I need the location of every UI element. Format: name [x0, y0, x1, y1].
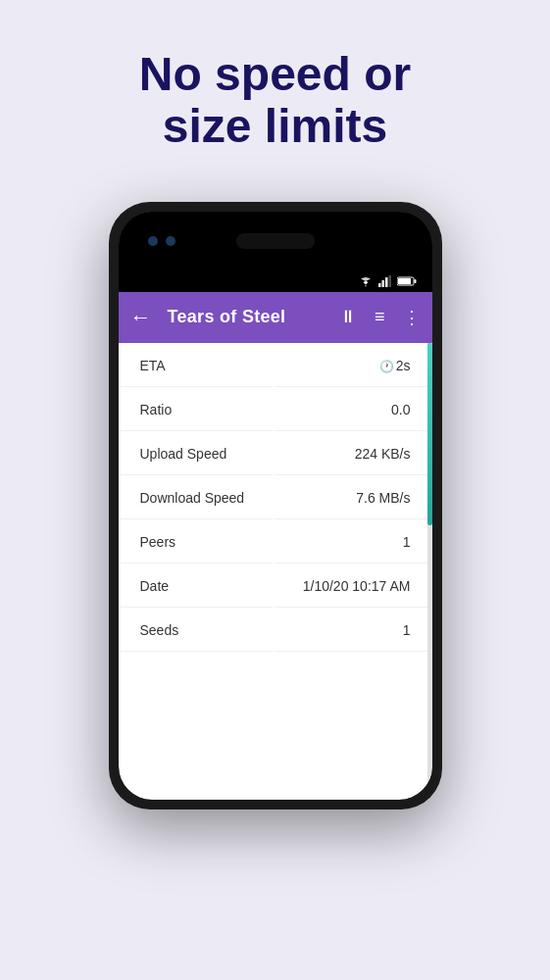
camera-dot-1 — [148, 236, 158, 246]
clock-icon: 🕐 — [379, 360, 394, 373]
info-value: 🕐2s — [275, 345, 430, 387]
table-row: Ratio0.0 — [121, 389, 430, 431]
phone-screen: ← Tears of Steel ⏸ ≡ ⋮ ETA🕐2sRatio0.0Upl… — [119, 212, 432, 800]
info-label: Ratio — [121, 389, 273, 431]
info-table: ETA🕐2sRatio0.0Upload Speed224 KB/sDownlo… — [119, 343, 432, 654]
wifi-icon — [358, 275, 374, 287]
info-value: 1/10/20 10:17 AM — [275, 565, 430, 608]
phone-outer: ← Tears of Steel ⏸ ≡ ⋮ ETA🕐2sRatio0.0Upl… — [109, 202, 442, 809]
svg-rect-6 — [414, 279, 416, 283]
info-label: Download Speed — [121, 477, 273, 519]
svg-rect-3 — [388, 275, 391, 287]
info-label: Peers — [121, 521, 273, 564]
table-row: Peers1 — [121, 521, 430, 564]
svg-rect-0 — [378, 283, 381, 287]
info-label: Seeds — [121, 610, 273, 652]
scroll-indicator-fill — [427, 343, 432, 525]
list-button[interactable]: ≡ — [375, 307, 385, 327]
info-label: ETA — [121, 345, 273, 387]
content-area: ETA🕐2sRatio0.0Upload Speed224 KB/sDownlo… — [119, 343, 432, 800]
camera-area — [138, 236, 175, 246]
phone-mockup: ← Tears of Steel ⏸ ≡ ⋮ ETA🕐2sRatio0.0Upl… — [109, 202, 442, 809]
table-row: Seeds1 — [121, 610, 430, 652]
phone-top — [119, 212, 432, 270]
status-icons — [358, 275, 417, 287]
svg-rect-2 — [385, 277, 388, 287]
svg-rect-5 — [398, 278, 411, 284]
status-bar — [119, 270, 432, 292]
phone-inner: ← Tears of Steel ⏸ ≡ ⋮ ETA🕐2sRatio0.0Upl… — [119, 212, 432, 800]
info-value: 1 — [275, 610, 430, 652]
info-value: 7.6 MB/s — [275, 477, 430, 519]
app-bar-title: Tears of Steel — [168, 307, 324, 327]
battery-icon — [397, 276, 417, 286]
svg-rect-1 — [381, 280, 384, 287]
scroll-indicator — [427, 343, 432, 800]
camera-dot-2 — [166, 236, 175, 246]
signal-icon — [378, 275, 392, 287]
info-value: 1 — [275, 521, 430, 564]
pause-button[interactable]: ⏸ — [339, 307, 357, 327]
table-row: Download Speed7.6 MB/s — [121, 477, 430, 519]
info-label: Upload Speed — [121, 433, 273, 475]
back-button[interactable]: ← — [130, 305, 152, 330]
app-bar-actions: ⏸ ≡ ⋮ — [339, 307, 421, 328]
speaker-grille — [236, 233, 315, 249]
app-bar: ← Tears of Steel ⏸ ≡ ⋮ — [119, 292, 432, 343]
headline: No speed or size limits — [100, 49, 450, 153]
table-row: Date1/10/20 10:17 AM — [121, 565, 430, 608]
table-row: ETA🕐2s — [121, 345, 430, 387]
table-row: Upload Speed224 KB/s — [121, 433, 430, 475]
info-value: 0.0 — [275, 389, 430, 431]
info-value: 224 KB/s — [275, 433, 430, 475]
menu-button[interactable]: ⋮ — [403, 307, 421, 328]
info-label: Date — [121, 565, 273, 608]
